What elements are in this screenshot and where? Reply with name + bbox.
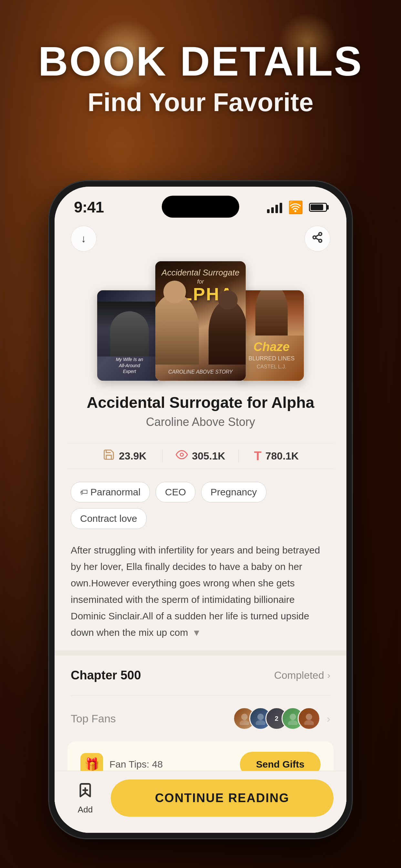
status-time: 9:41 <box>74 198 104 216</box>
status-icons: 🛜 <box>267 200 327 214</box>
svg-point-5 <box>181 453 184 456</box>
chapter-arrow-icon: › <box>328 671 330 681</box>
saves-value: 23.9K <box>119 450 146 462</box>
description-text: After struggling with infertility for ye… <box>71 545 320 638</box>
description-section: After struggling with infertility for ye… <box>55 535 346 650</box>
chapter-status-text: Completed <box>274 670 324 681</box>
phone-outer-shell: 9:41 🛜 <box>49 181 352 839</box>
svg-point-8 <box>257 714 264 720</box>
tag-ceo-label: CEO <box>165 487 186 498</box>
svg-line-4 <box>316 235 319 237</box>
fans-avatars: 2 <box>233 707 320 730</box>
book-left[interactable]: My Wife Is anAll-AroundExpert <box>97 290 162 381</box>
tag-contract-love[interactable]: Contract love <box>71 508 147 529</box>
svg-point-10 <box>289 714 296 720</box>
book-left-art: My Wife Is anAll-AroundExpert <box>97 290 162 381</box>
add-label: Add <box>78 805 93 815</box>
stats-row: 23.9K 305.1K T <box>67 443 334 469</box>
continue-reading-button[interactable]: CONTINUE READING <box>111 779 334 817</box>
wifi-icon: 🛜 <box>288 200 303 214</box>
add-button[interactable]: Add <box>67 782 103 815</box>
bottom-bar: Add CONTINUE READING <box>55 771 346 833</box>
book-info: Accidental Surrogate for Alpha Caroline … <box>55 391 346 443</box>
dynamic-island <box>162 196 239 218</box>
views-icon <box>176 448 188 463</box>
battery-fill <box>311 205 323 210</box>
saves-icon <box>103 448 115 463</box>
tag-pregnancy[interactable]: Pregnancy <box>201 482 266 502</box>
book-main[interactable]: Accidental Surrogate for ALPHA <box>155 261 246 381</box>
words-value: 780.1K <box>266 450 299 462</box>
tags-container: 🏷 Paranormal CEO Pregnancy Contract love <box>71 482 330 529</box>
signal-bar-3 <box>275 205 278 213</box>
tag-ceo[interactable]: CEO <box>156 482 195 502</box>
stat-words: T 780.1K <box>239 449 314 463</box>
fans-label: Top Fans <box>71 712 116 725</box>
book-left-title: My Wife Is anAll-AroundExpert <box>113 356 147 374</box>
chapter-label: Chapter 500 <box>71 669 141 682</box>
signal-bar-1 <box>267 209 270 213</box>
top-actions: ↓ <box>55 219 346 258</box>
share-button[interactable] <box>305 226 330 252</box>
tags-section: 🏷 Paranormal CEO Pregnancy Contract love <box>55 469 346 535</box>
book-title: Accidental Surrogate for Alpha <box>74 394 327 411</box>
page-subtitle: Find Your Favorite <box>0 88 401 117</box>
share-icon <box>312 231 323 246</box>
book-author: Caroline Above Story <box>74 415 327 429</box>
fans-section: Top Fans 2 <box>55 695 346 741</box>
book-right[interactable]: Chaze BLURRED LINES CASTEL L.J. <box>239 290 304 381</box>
book-carousel: My Wife Is anAll-AroundExpert Accidental… <box>55 258 346 391</box>
phone-screen: 9:41 🛜 <box>55 187 346 833</box>
fans-arrow-icon: › <box>327 712 330 725</box>
stat-saves: 23.9K <box>87 448 162 463</box>
signal-bar-2 <box>271 207 274 213</box>
svg-point-7 <box>240 720 249 725</box>
tag-paranormal-icon: 🏷 <box>80 488 88 497</box>
tag-pregnancy-label: Pregnancy <box>211 487 257 498</box>
content-area: ↓ <box>55 219 346 833</box>
words-icon: T <box>254 449 261 463</box>
read-more-button[interactable]: ▼ <box>192 628 201 638</box>
tag-contract-love-label: Contract love <box>80 513 137 524</box>
battery-icon <box>309 203 327 212</box>
svg-point-13 <box>304 720 314 725</box>
svg-point-9 <box>256 720 266 725</box>
fan-avatar-5 <box>298 707 320 730</box>
book-main-bottom-text: CAROLINE ABOVE STORY <box>155 369 246 375</box>
book-main-art: Accidental Surrogate for ALPHA <box>155 261 246 381</box>
add-icon <box>77 782 94 802</box>
download-icon: ↓ <box>81 233 86 245</box>
status-bar: 9:41 🛜 <box>55 187 346 219</box>
phone-mockup: 9:41 🛜 <box>49 181 352 839</box>
views-value: 305.1K <box>192 450 225 462</box>
svg-line-3 <box>316 238 319 240</box>
signal-bars-icon <box>267 202 282 213</box>
page-title: BOOK DETAILS <box>0 39 401 84</box>
fans-right[interactable]: 2 › <box>233 707 330 730</box>
chapter-section: Chapter 500 Completed › <box>55 655 346 695</box>
download-button[interactable]: ↓ <box>71 226 96 252</box>
svg-point-6 <box>241 714 248 720</box>
tag-paranormal-label: Paranormal <box>90 487 141 498</box>
chapter-status[interactable]: Completed › <box>274 670 330 681</box>
stat-views: 305.1K <box>163 448 238 463</box>
fan-tips-text: Fan Tips: 48 <box>110 759 163 770</box>
header-section: BOOK DETAILS Find Your Favorite <box>0 39 401 117</box>
signal-bar-4 <box>280 203 282 213</box>
separator-1 <box>55 650 346 655</box>
svg-point-12 <box>306 714 312 720</box>
tag-paranormal[interactable]: 🏷 Paranormal <box>71 482 150 502</box>
svg-point-11 <box>288 720 298 725</box>
book-right-art: Chaze BLURRED LINES CASTEL L.J. <box>239 290 304 381</box>
